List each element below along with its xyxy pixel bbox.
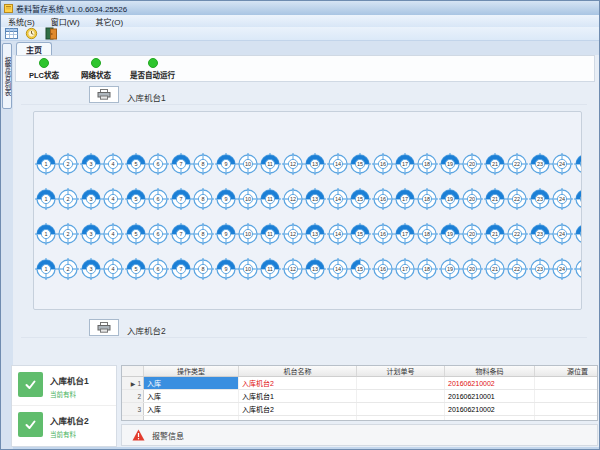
slot-4-6: 6 [147, 258, 169, 280]
slot-3-22: 22 [506, 223, 528, 245]
svg-text:5: 5 [134, 266, 137, 272]
svg-text:1: 1 [44, 266, 47, 272]
cell-1-2[interactable] [357, 377, 445, 389]
column-header-0[interactable]: 操作类型 [144, 366, 239, 376]
menu-window[interactable]: 窗口(W) [51, 16, 80, 27]
svg-text:11: 11 [268, 161, 274, 167]
slot-1-14: 14 [327, 153, 349, 175]
cell-2-0[interactable]: 入库 [144, 390, 239, 402]
row-header-corner [122, 366, 144, 376]
svg-text:13: 13 [312, 161, 318, 167]
svg-text:22: 22 [514, 231, 520, 237]
section1-divider [21, 104, 587, 105]
cell-3-2[interactable] [357, 403, 445, 415]
cell-2-2[interactable] [357, 390, 445, 402]
cell-3-1[interactable]: 入库机台2 [239, 403, 357, 415]
svg-text:9: 9 [224, 196, 227, 202]
cell-2-1[interactable]: 入库机台1 [239, 390, 357, 402]
menu-bar: 系统(S) 窗口(W) 其它(O) [1, 15, 599, 27]
svg-text:24: 24 [559, 266, 565, 272]
cell-3-3[interactable]: 201606210002 [445, 403, 535, 415]
column-header-2[interactable]: 计划单号 [357, 366, 445, 376]
svg-text:9: 9 [224, 231, 227, 237]
slot-2-13: 13 [304, 188, 326, 210]
table-body: ▶1入库入库机台22016062100022入库入库机台120160621000… [122, 377, 597, 421]
alarm-bar[interactable]: 报警信息 [121, 424, 598, 446]
svg-text:23: 23 [537, 196, 543, 202]
slot-4-13: 13 [304, 258, 326, 280]
operations-table[interactable]: 操作类型机台名称计划单号物料条码源位置 ▶1入库入库机台220160621000… [121, 365, 598, 421]
svg-text:12: 12 [290, 161, 296, 167]
slot-1-22: 22 [506, 153, 528, 175]
cell-1-3[interactable]: 201606210002 [445, 377, 535, 389]
slot-1-9: 9 [215, 153, 237, 175]
slot-3-12: 12 [282, 223, 304, 245]
svg-text:2: 2 [67, 231, 70, 237]
table-icon[interactable] [5, 27, 18, 40]
slot-2-6: 6 [147, 188, 169, 210]
svg-text:25: 25 [581, 161, 582, 167]
svg-text:6: 6 [157, 231, 160, 237]
clock-icon[interactable] [25, 27, 38, 40]
slot-3-24: 24 [551, 223, 573, 245]
svg-text:13: 13 [312, 266, 318, 272]
cell-1-0[interactable]: 入库 [144, 377, 239, 389]
svg-text:23: 23 [537, 266, 543, 272]
table-row-1[interactable]: ▶1入库入库机台2201606210002 [122, 377, 597, 390]
table-header: 操作类型机台名称计划单号物料条码源位置 [122, 366, 597, 377]
menu-other[interactable]: 其它(O) [96, 16, 124, 27]
side-tab-label: 报警信息列表 [2, 57, 12, 96]
cell-4-0[interactable] [144, 416, 239, 421]
machine1-icon-box[interactable] [89, 86, 119, 103]
slot-3-15: 15 [349, 223, 371, 245]
table-row-2[interactable]: 2入库入库机台1201606210001 [122, 390, 597, 403]
svg-text:24: 24 [559, 196, 565, 202]
table-row-4[interactable]: 4 [122, 416, 597, 421]
slot-2-23: 23 [529, 188, 551, 210]
svg-text:9: 9 [224, 266, 227, 272]
svg-text:2: 2 [67, 266, 70, 272]
cell-4-4[interactable] [535, 416, 598, 421]
cell-1-4[interactable] [535, 377, 598, 389]
slot-2-24: 24 [551, 188, 573, 210]
slot-2-22: 22 [506, 188, 528, 210]
column-header-4[interactable]: 源位置 [535, 366, 598, 376]
cell-2-3[interactable]: 201606210001 [445, 390, 535, 402]
slot-4-9: 9 [215, 258, 237, 280]
side-tab-alarm-list[interactable]: 报警信息列表 [2, 43, 12, 109]
cell-4-3[interactable] [445, 416, 535, 421]
column-header-1[interactable]: 机台名称 [239, 366, 357, 376]
plc-status-label: PLC状态 [29, 69, 59, 80]
svg-text:2: 2 [67, 196, 70, 202]
machine2-section-label: 入库机台2 [127, 324, 166, 336]
table-row-3[interactable]: 3入库入库机台2201606210002 [122, 403, 597, 416]
svg-text:15: 15 [357, 231, 363, 237]
cell-3-0[interactable]: 入库 [144, 403, 239, 415]
slot-1-1: 1 [35, 153, 57, 175]
cell-4-1[interactable] [239, 416, 357, 421]
exit-icon[interactable] [45, 27, 58, 40]
title-bar: 卷料暂存系统 V1.0.6034.25526 [1, 1, 599, 15]
slot-3-16: 16 [372, 223, 394, 245]
slot-2-7: 7 [170, 188, 192, 210]
cell-3-4[interactable] [535, 403, 598, 415]
svg-text:15: 15 [357, 196, 363, 202]
svg-text:21: 21 [492, 266, 498, 272]
slot-3-19: 19 [439, 223, 461, 245]
cell-2-4[interactable] [535, 390, 598, 402]
machine2-icon-box[interactable] [89, 319, 119, 336]
svg-text:6: 6 [157, 161, 160, 167]
slot-2-15: 15 [349, 188, 371, 210]
svg-text:20: 20 [469, 196, 475, 202]
tab-home[interactable]: 主页 [16, 42, 52, 55]
slot-2-4: 4 [102, 188, 124, 210]
menu-system[interactable]: 系统(S) [8, 16, 35, 27]
column-header-3[interactable]: 物料条码 [445, 366, 535, 376]
slot-1-2: 2 [57, 153, 79, 175]
slot-2-9: 9 [215, 188, 237, 210]
row-header: 3 [122, 403, 144, 415]
slot-2-3: 3 [80, 188, 102, 210]
cell-4-2[interactable] [357, 416, 445, 421]
cell-1-1[interactable]: 入库机台2 [239, 377, 357, 389]
slot-3-21: 21 [484, 223, 506, 245]
